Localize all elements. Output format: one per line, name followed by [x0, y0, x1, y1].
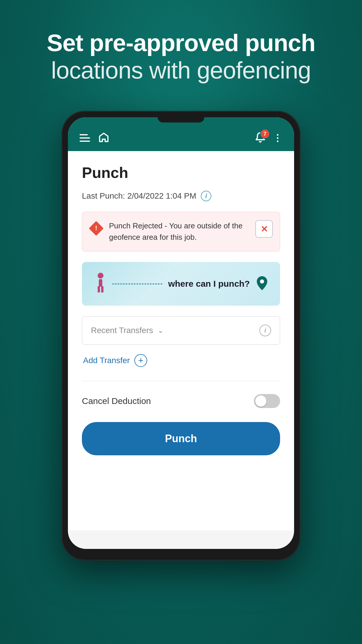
geofence-text: where can I punch?: [168, 279, 250, 289]
location-pin-icon[interactable]: [256, 276, 268, 292]
menu-icon[interactable]: [80, 134, 90, 142]
error-banner: ! Punch Rejected - You are outside of th…: [82, 212, 280, 251]
svg-point-2: [98, 273, 103, 279]
svg-rect-5: [101, 286, 103, 293]
content-area: Punch Last Punch: 2/04/2022 1:04 PM i ! …: [68, 151, 294, 530]
top-bar-left: [80, 132, 109, 144]
geofence-inner: where can I punch?: [94, 272, 268, 296]
cancel-deduction-toggle[interactable]: [254, 394, 280, 408]
last-punch-text: Last Punch: 2/04/2022 1:04 PM: [82, 191, 196, 201]
svg-text:!: !: [95, 224, 97, 232]
page-title: Punch: [82, 164, 280, 181]
error-message: Punch Rejected - You are outside of the …: [109, 220, 249, 243]
cancel-deduction-row: Cancel Deduction: [82, 394, 280, 408]
transfers-info-icon[interactable]: i: [259, 325, 271, 336]
svg-rect-4: [98, 286, 100, 293]
header-section: Set pre-approved punch locations with ge…: [0, 29, 362, 84]
person-figure: [94, 272, 108, 296]
phone-screen: 7 ⋮ Punch Last Punch: 2/04/2022 1:04 PM …: [68, 117, 294, 549]
add-transfer-row[interactable]: Add Transfer +: [82, 354, 280, 367]
dashed-path: [112, 284, 162, 284]
add-transfer-icon[interactable]: +: [134, 354, 147, 367]
last-punch-row: Last Punch: 2/04/2022 1:04 PM i: [82, 191, 280, 201]
phone-frame: 7 ⋮ Punch Last Punch: 2/04/2022 1:04 PM …: [61, 111, 301, 561]
warning-icon: !: [89, 221, 103, 235]
top-bar-right: 7 ⋮: [255, 132, 282, 144]
close-error-button[interactable]: ✕: [255, 220, 273, 238]
phone-mockup: 7 ⋮ Punch Last Punch: 2/04/2022 1:04 PM …: [61, 111, 301, 561]
divider: [82, 381, 280, 381]
geofence-banner: where can I punch?: [82, 262, 280, 306]
cancel-deduction-label: Cancel Deduction: [82, 396, 151, 406]
chevron-down-icon: ⌄: [158, 326, 164, 335]
recent-transfers-dropdown[interactable]: Recent Transfers ⌄ i: [82, 316, 280, 345]
home-icon[interactable]: [98, 132, 109, 144]
transfers-left: Recent Transfers ⌄: [91, 326, 164, 335]
notification-badge: 7: [260, 129, 270, 139]
more-options-icon[interactable]: ⋮: [273, 133, 282, 143]
add-transfer-label: Add Transfer: [83, 356, 130, 365]
svg-rect-3: [99, 279, 102, 287]
bell-wrapper[interactable]: 7: [255, 132, 266, 144]
last-punch-info-icon[interactable]: i: [201, 191, 211, 201]
punch-button[interactable]: Punch: [82, 422, 280, 455]
header-title: Set pre-approved punch locations with ge…: [23, 29, 339, 84]
transfers-label: Recent Transfers: [91, 326, 153, 335]
phone-notch: [158, 117, 204, 123]
svg-point-6: [260, 279, 264, 284]
